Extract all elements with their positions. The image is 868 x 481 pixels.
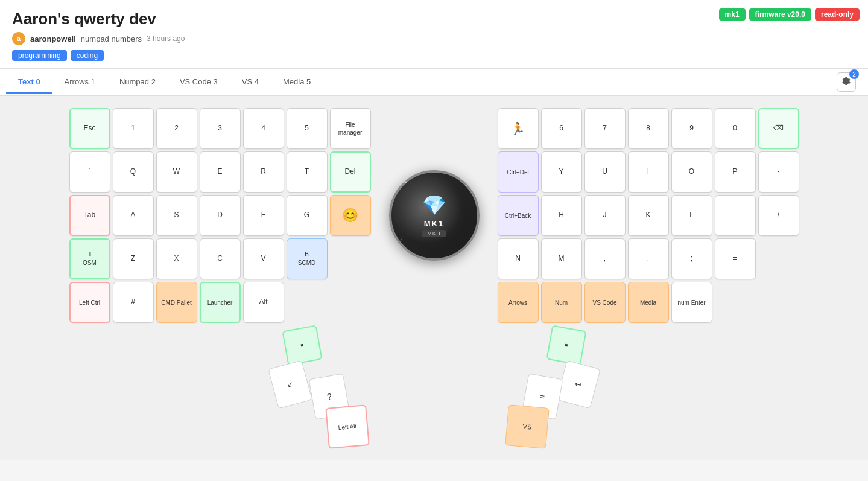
left-row-3: Tab A S D F G 😊: [69, 195, 371, 236]
key-a[interactable]: A: [113, 195, 154, 236]
left-row-5: Left Ctrl # CMD Pallet Launcher Alt: [69, 282, 371, 323]
key-3[interactable]: 3: [200, 108, 241, 149]
key-d[interactable]: D: [200, 195, 241, 236]
key-8[interactable]: 8: [628, 108, 669, 149]
key-semicolon[interactable]: ;: [671, 238, 712, 279]
right-row-4: N M , . ; =: [498, 238, 799, 279]
left-thumb-key1[interactable]: ▪: [282, 325, 322, 365]
key-ctrlback[interactable]: Ctrl+Back: [498, 195, 539, 236]
header: Aaron's qwerty dev mk1 firmware v20.0 re…: [0, 0, 868, 69]
key-m[interactable]: M: [541, 238, 582, 279]
key-v[interactable]: V: [243, 238, 284, 279]
key-y[interactable]: Y: [541, 151, 582, 193]
key-c[interactable]: C: [200, 238, 241, 279]
key-equals[interactable]: =: [715, 238, 756, 279]
tag-programming[interactable]: programming: [12, 50, 67, 61]
key-comma2[interactable]: ,: [584, 238, 626, 279]
key-backspace[interactable]: ⌫: [758, 108, 799, 149]
key-leftctrl[interactable]: Left Ctrl: [69, 282, 110, 323]
right-row-1: 🏃 6 7 8 9 0 ⌫: [498, 108, 799, 149]
key-5[interactable]: 5: [287, 108, 328, 149]
key-6[interactable]: 6: [541, 108, 582, 149]
key-n[interactable]: N: [498, 238, 539, 279]
logo-diamond-icon: 💎: [422, 194, 446, 217]
key-alt[interactable]: Alt: [243, 282, 284, 323]
tab-text0[interactable]: Text 0: [6, 71, 52, 94]
key-esc[interactable]: Esc: [69, 108, 110, 149]
time-ago: 3 hours ago: [147, 34, 185, 43]
key-x[interactable]: X: [156, 238, 197, 279]
key-media[interactable]: Media: [628, 282, 669, 323]
user-row: a aaronpowell numpad numbers 3 hours ago: [12, 32, 856, 45]
right-thumb-cluster: ▪ ↩ = VS: [513, 328, 645, 448]
key-e[interactable]: E: [200, 151, 241, 193]
key-backtick[interactable]: `: [69, 151, 110, 193]
gear-icon: [841, 77, 851, 87]
key-f[interactable]: F: [243, 195, 284, 236]
key-cmdpallet[interactable]: CMD Pallet: [156, 282, 197, 323]
username: aaronpowell: [30, 34, 76, 43]
right-row-3: Ctrl+Back H J K L , /: [498, 195, 799, 236]
tags: programming coding: [12, 50, 856, 61]
tab-media5[interactable]: Media 5: [271, 71, 323, 94]
key-o[interactable]: O: [671, 151, 712, 193]
key-vscode[interactable]: VS Code: [584, 282, 626, 323]
tab-vscode3[interactable]: VS Code 3: [168, 71, 230, 94]
key-b-scmd[interactable]: BSCMD: [287, 238, 328, 279]
key-g[interactable]: G: [287, 195, 328, 236]
key-u[interactable]: U: [584, 151, 626, 193]
settings-button[interactable]: 2: [837, 72, 856, 92]
key-7[interactable]: 7: [584, 108, 626, 149]
key-hash[interactable]: #: [113, 282, 154, 323]
key-num[interactable]: Num: [541, 282, 582, 323]
key-del[interactable]: Del: [330, 151, 371, 193]
left-thumb-leftalt[interactable]: Left Alt: [325, 404, 370, 449]
key-w[interactable]: W: [156, 151, 197, 193]
key-9[interactable]: 9: [671, 108, 712, 149]
key-sprint[interactable]: 🏃: [498, 108, 539, 149]
key-filemanager[interactable]: File manager: [330, 108, 371, 149]
key-4[interactable]: 4: [243, 108, 284, 149]
key-2[interactable]: 2: [156, 108, 197, 149]
key-p[interactable]: P: [715, 151, 756, 193]
right-thumb-key1[interactable]: ▪: [546, 325, 586, 365]
key-emoji[interactable]: 😊: [330, 195, 371, 236]
moonlander-logo: ✦ ✦ ✦ 💎 mk1 MK I: [389, 170, 480, 261]
key-0[interactable]: 0: [715, 108, 756, 149]
tab-numpad2[interactable]: Numpad 2: [107, 71, 168, 94]
key-h[interactable]: H: [541, 195, 582, 236]
key-arrows[interactable]: Arrows: [498, 282, 539, 323]
key-l[interactable]: L: [671, 195, 712, 236]
key-period[interactable]: .: [628, 238, 669, 279]
readonly-badge: read-only: [815, 8, 860, 21]
tab-vs4[interactable]: VS 4: [230, 71, 271, 94]
key-q[interactable]: Q: [113, 151, 154, 193]
key-1[interactable]: 1: [113, 108, 154, 149]
tab-arrows1[interactable]: Arrows 1: [52, 71, 107, 94]
key-comma[interactable]: ,: [715, 195, 756, 236]
key-dash[interactable]: -: [758, 151, 799, 193]
key-tab[interactable]: Tab: [69, 195, 110, 236]
key-r[interactable]: R: [243, 151, 284, 193]
tabs-bar: Text 0 Arrows 1 Numpad 2 VS Code 3 VS 4 …: [0, 69, 868, 96]
right-thumb-key2[interactable]: ↩: [556, 360, 601, 409]
key-osm[interactable]: ⇧OSM: [69, 238, 110, 279]
right-thumb-vs[interactable]: VS: [505, 404, 550, 449]
key-j[interactable]: J: [584, 195, 626, 236]
left-row-1: Esc 1 2 3 4 5 File manager: [69, 108, 371, 149]
key-numenter[interactable]: num Enter: [671, 282, 712, 323]
left-thumb-cluster: ▪ ↙ ? Left Alt: [223, 328, 356, 448]
key-k[interactable]: K: [628, 195, 669, 236]
tag-coding[interactable]: coding: [71, 50, 104, 61]
logo-subtext: MK I: [422, 230, 446, 237]
key-slash[interactable]: /: [758, 195, 799, 236]
key-launcher[interactable]: Launcher: [200, 282, 241, 323]
key-s[interactable]: S: [156, 195, 197, 236]
right-row-2: Ctrl+Del Y U I O P -: [498, 151, 799, 193]
key-ctrldel[interactable]: Ctrl+Del: [498, 151, 539, 193]
key-i[interactable]: I: [628, 151, 669, 193]
commit-message: numpad numbers: [81, 34, 142, 43]
left-thumb-key2[interactable]: ↙: [268, 360, 312, 409]
key-z[interactable]: Z: [113, 238, 154, 279]
key-t[interactable]: T: [287, 151, 328, 193]
